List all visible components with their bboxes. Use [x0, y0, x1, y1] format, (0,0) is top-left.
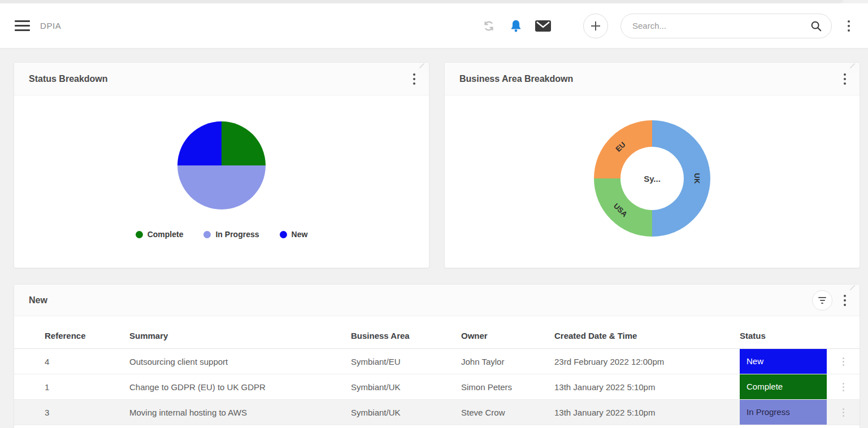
legend-item-complete[interactable]: Complete — [136, 230, 184, 239]
cell-owner: Steve Crow — [461, 400, 554, 425]
status-pie-chart: Complete In Progress New — [14, 121, 429, 239]
card-header: Business Area Breakdown — [445, 63, 860, 95]
card-header: Status Breakdown — [14, 63, 429, 95]
mail-icon[interactable] — [535, 18, 552, 34]
status-badge: Complete — [740, 374, 827, 399]
add-button[interactable] — [583, 14, 608, 38]
pie-chart[interactable] — [177, 121, 266, 209]
card-title: Status Breakdown — [29, 74, 108, 84]
row-menu-icon[interactable] — [843, 357, 844, 367]
status-breakdown-card: Status Breakdown Complete In Progress Ne… — [14, 62, 429, 268]
filter-button[interactable] — [812, 290, 832, 311]
cell-owner: John Taylor — [461, 349, 554, 374]
cell-reference: 3 — [14, 400, 129, 425]
cell-business-area: Symbiant/UK — [351, 374, 461, 400]
legend-item-new[interactable]: New — [280, 230, 308, 239]
topbar-more-icon[interactable] — [844, 18, 853, 34]
business-area-breakdown-card: Business Area Breakdown Sy... UK USA EU — [444, 62, 860, 268]
cell-owner: Simon Peters — [461, 374, 554, 400]
search-box[interactable] — [620, 14, 832, 38]
cell-business-area: Symbiant/UK — [351, 400, 461, 425]
donut-label-uk: UK — [693, 173, 701, 184]
row-menu-icon[interactable] — [843, 382, 844, 392]
row-menu-icon[interactable] — [843, 408, 844, 418]
card-menu-icon[interactable] — [410, 71, 419, 87]
legend-item-in-progress[interactable]: In Progress — [203, 230, 259, 239]
col-status[interactable]: Status — [740, 316, 827, 349]
card-menu-icon[interactable] — [840, 292, 849, 308]
cell-reference: 1 — [14, 374, 129, 400]
menu-icon[interactable] — [15, 20, 30, 31]
legend-label: New — [292, 230, 308, 239]
donut-center: Sy... — [620, 147, 684, 210]
col-summary[interactable]: Summary — [129, 316, 351, 349]
status-badge: In Progress — [740, 400, 827, 425]
legend-dot-new — [280, 231, 287, 238]
cell-summary: Change to GDPR (EU) to UK GDPR — [129, 374, 351, 400]
legend-dot-in-progress — [203, 231, 211, 238]
page-title: DPIA — [40, 21, 61, 30]
cell-reference: 4 — [14, 349, 129, 374]
cell-created: 13th January 2022 5:10pm — [554, 374, 740, 400]
legend-dot-complete — [136, 231, 143, 238]
cell-created: 13th January 2022 5:10pm — [554, 400, 740, 425]
col-owner[interactable]: Owner — [461, 316, 554, 349]
card-menu-icon[interactable] — [840, 71, 849, 87]
cell-business-area: Symbiant/EU — [351, 349, 461, 374]
cell-summary: Moving internal hosting to AWS — [129, 400, 351, 425]
status-badge: New — [740, 349, 827, 374]
col-created[interactable]: Created Date & Time — [554, 316, 740, 349]
table-row[interactable]: 3 Moving internal hosting to AWS Symbian… — [14, 400, 860, 425]
refresh-icon[interactable] — [480, 18, 497, 34]
chart-legend: Complete In Progress New — [14, 230, 429, 239]
top-app-bar: DPIA — [0, 3, 868, 49]
donut-center-label: Sy... — [644, 174, 661, 184]
col-reference[interactable]: Reference — [14, 316, 129, 349]
new-records-card: New Reference Summary Business Area Owne… — [14, 284, 860, 428]
search-icon[interactable] — [810, 20, 822, 32]
legend-label: In Progress — [215, 230, 259, 239]
cell-created: 23rd February 2022 12:00pm — [554, 349, 740, 374]
card-title: Business Area Breakdown — [459, 74, 573, 84]
search-input[interactable] — [632, 21, 810, 30]
table-row[interactable]: 4 Outsourcing client support Symbiant/EU… — [14, 349, 860, 374]
records-table: Reference Summary Business Area Owner Cr… — [14, 316, 860, 425]
cell-summary: Outsourcing client support — [129, 349, 351, 374]
table-header-row: Reference Summary Business Area Owner Cr… — [14, 316, 860, 349]
business-donut-chart: Sy... UK USA EU — [445, 120, 860, 237]
table-row[interactable]: 1 Change to GDPR (EU) to UK GDPR Symbian… — [14, 374, 860, 400]
legend-label: Complete — [147, 230, 184, 239]
card-header: New — [14, 285, 860, 316]
notifications-bell-icon[interactable] — [507, 18, 524, 34]
col-business-area[interactable]: Business Area — [351, 316, 461, 349]
card-title: New — [29, 295, 47, 305]
